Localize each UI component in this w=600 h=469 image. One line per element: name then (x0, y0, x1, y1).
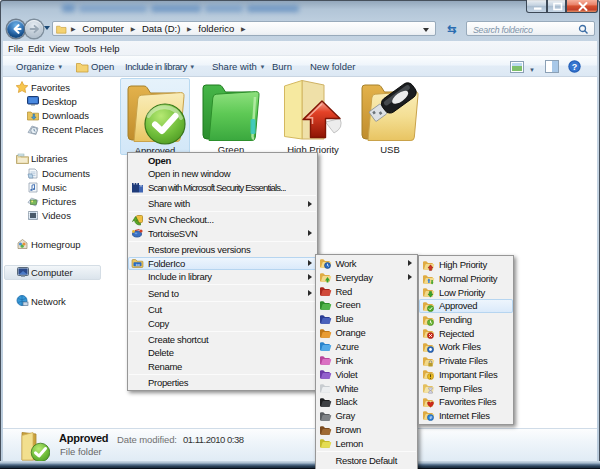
svg-text:ico: ico (136, 263, 140, 267)
svg-text:?: ? (572, 62, 578, 72)
